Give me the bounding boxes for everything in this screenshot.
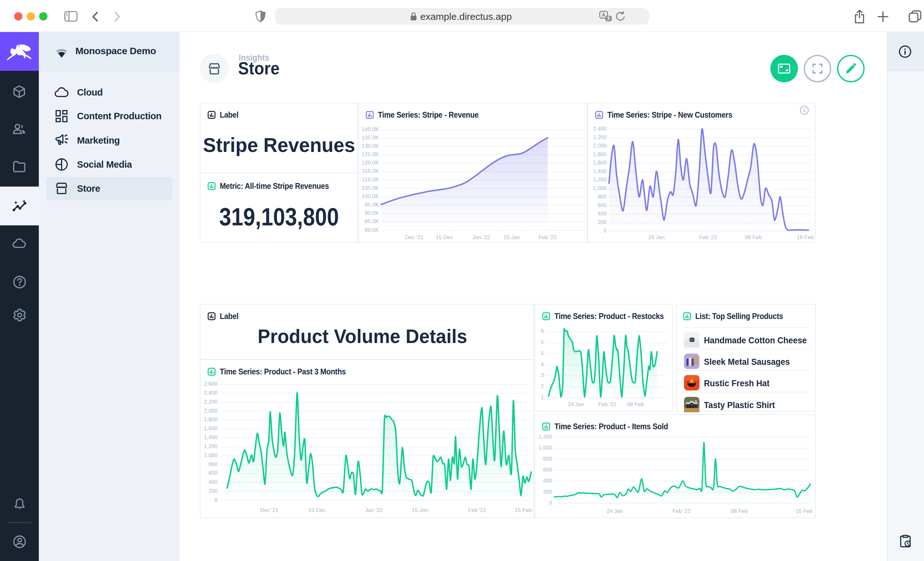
svg-text:文: 文	[606, 16, 611, 21]
svg-text:A: A	[602, 12, 606, 18]
